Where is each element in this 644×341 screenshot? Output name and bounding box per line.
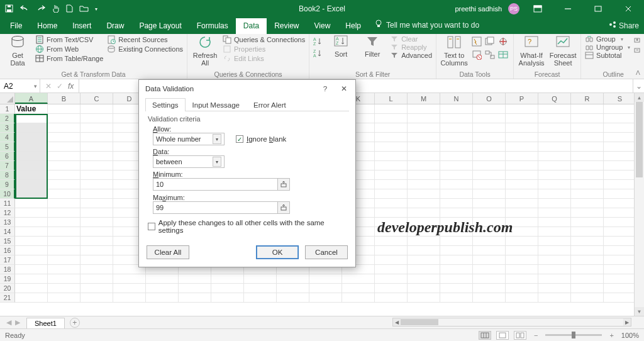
tab-draw[interactable]: Draw xyxy=(99,18,131,34)
cell[interactable] xyxy=(211,293,244,303)
cell[interactable] xyxy=(48,274,80,284)
cell[interactable] xyxy=(604,170,636,180)
undo-icon[interactable] xyxy=(19,4,30,13)
cell[interactable]: Value xyxy=(15,104,48,114)
cell[interactable] xyxy=(538,237,571,246)
tab-page-layout[interactable]: Page Layout xyxy=(131,18,189,34)
chevron-down-icon[interactable]: ▾ xyxy=(213,157,221,167)
cell[interactable] xyxy=(48,208,80,218)
cell[interactable] xyxy=(538,114,571,123)
cell[interactable] xyxy=(375,265,408,274)
cell[interactable] xyxy=(375,170,408,180)
cell[interactable] xyxy=(48,218,80,227)
share-button[interactable]: Share xyxy=(609,21,639,30)
ok-button[interactable]: OK xyxy=(256,245,299,259)
cell[interactable] xyxy=(571,180,604,189)
cell[interactable] xyxy=(15,161,48,170)
cell[interactable] xyxy=(408,133,440,142)
cell[interactable] xyxy=(538,104,571,114)
cell[interactable] xyxy=(375,208,408,218)
cancel-edit-icon[interactable]: ✕ xyxy=(45,82,52,91)
cell[interactable] xyxy=(473,170,506,180)
advanced-filter-button[interactable]: Advanced xyxy=(390,52,432,59)
flash-fill-icon[interactable] xyxy=(472,36,483,48)
text-to-columns-button[interactable]: Text to Columns xyxy=(440,35,468,67)
cell[interactable] xyxy=(571,274,604,284)
cell[interactable] xyxy=(80,227,113,237)
row-header[interactable]: 16 xyxy=(0,246,15,255)
col-header[interactable]: Q xyxy=(538,93,571,104)
cell[interactable] xyxy=(48,104,80,114)
cell[interactable] xyxy=(506,180,538,189)
cell[interactable] xyxy=(309,274,342,284)
cell[interactable] xyxy=(506,152,538,161)
cell[interactable] xyxy=(506,170,538,180)
cell[interactable] xyxy=(277,274,309,284)
cell[interactable] xyxy=(473,293,506,303)
cell[interactable] xyxy=(538,246,571,255)
zoom-level[interactable]: 100% xyxy=(621,332,639,339)
cell[interactable] xyxy=(506,104,538,114)
qat-customize-icon[interactable]: ▾ xyxy=(95,6,97,12)
cell[interactable] xyxy=(571,170,604,180)
cell[interactable] xyxy=(15,133,48,142)
cell[interactable] xyxy=(15,255,48,265)
scroll-thumb[interactable] xyxy=(636,102,643,177)
cell[interactable] xyxy=(80,123,113,133)
cell[interactable] xyxy=(15,152,48,161)
cell[interactable] xyxy=(473,104,506,114)
cell[interactable] xyxy=(80,133,113,142)
dialog-tab-settings[interactable]: Settings xyxy=(145,98,186,111)
cell[interactable] xyxy=(80,161,113,170)
cell[interactable] xyxy=(440,114,473,123)
cell[interactable] xyxy=(571,237,604,246)
cell[interactable] xyxy=(506,274,538,284)
cell[interactable] xyxy=(538,199,571,208)
cell[interactable] xyxy=(506,246,538,255)
tab-insert[interactable]: Insert xyxy=(65,18,99,34)
col-header[interactable]: O xyxy=(473,93,506,104)
col-header[interactable]: C xyxy=(80,93,113,104)
cell[interactable] xyxy=(48,142,80,152)
recent-sources-button[interactable]: Recent Sources xyxy=(107,35,183,44)
cell[interactable] xyxy=(473,265,506,274)
range-picker-icon[interactable] xyxy=(277,201,290,214)
cell[interactable] xyxy=(506,265,538,274)
clear-all-button[interactable]: Clear All xyxy=(147,245,189,259)
cell[interactable] xyxy=(538,218,571,227)
scroll-left-icon[interactable]: ◀ xyxy=(393,318,401,326)
cell[interactable] xyxy=(604,152,636,161)
cell[interactable] xyxy=(604,123,636,133)
cell[interactable] xyxy=(473,161,506,170)
cell[interactable] xyxy=(408,274,440,284)
tab-review[interactable]: Review xyxy=(267,18,306,34)
cell[interactable] xyxy=(113,284,146,293)
cell[interactable] xyxy=(440,265,473,274)
row-header[interactable]: 14 xyxy=(0,227,15,237)
cell[interactable] xyxy=(375,284,408,293)
cell[interactable] xyxy=(604,218,636,227)
cell[interactable] xyxy=(408,152,440,161)
clear-filter-button[interactable]: Clear xyxy=(390,35,432,43)
cell[interactable] xyxy=(571,284,604,293)
cell[interactable] xyxy=(113,274,146,284)
relationships-icon[interactable] xyxy=(485,50,496,61)
row-header[interactable]: 5 xyxy=(0,142,15,152)
cell[interactable] xyxy=(80,284,113,293)
cell[interactable] xyxy=(506,199,538,208)
cell[interactable] xyxy=(604,255,636,265)
cell[interactable] xyxy=(375,161,408,170)
cell[interactable] xyxy=(506,161,538,170)
tab-view[interactable]: View xyxy=(307,18,338,34)
cell[interactable] xyxy=(48,293,80,303)
cell[interactable] xyxy=(80,208,113,218)
refresh-all-button[interactable]: Refresh All xyxy=(191,35,219,67)
horizontal-scrollbar[interactable]: ◀ ▶ xyxy=(392,318,631,327)
add-sheet-button[interactable]: + xyxy=(70,318,80,328)
cell[interactable] xyxy=(473,284,506,293)
cell[interactable] xyxy=(440,189,473,199)
cell[interactable] xyxy=(538,189,571,199)
cell[interactable] xyxy=(80,218,113,227)
cell[interactable] xyxy=(440,246,473,255)
cell[interactable] xyxy=(408,284,440,293)
